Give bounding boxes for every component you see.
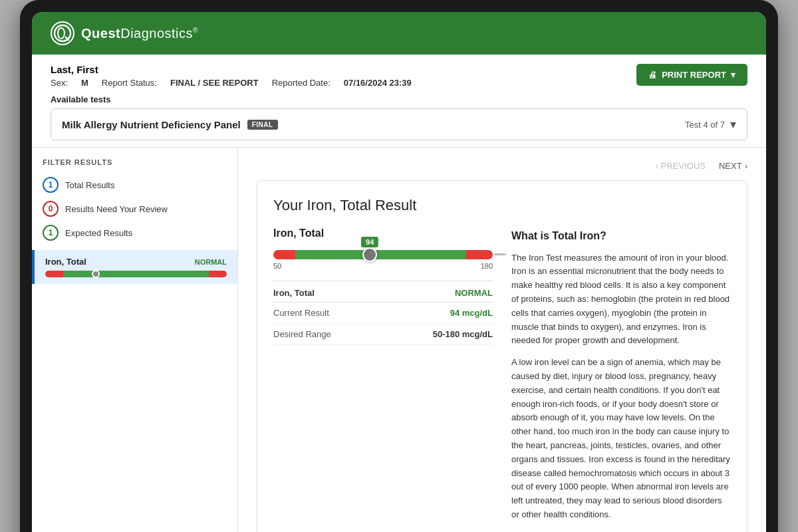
range-indicator [92,270,100,278]
quest-logo-icon [51,21,74,45]
expected-results-badge: 1 [43,225,59,241]
result-table-header: Iron, Total NORMAL [273,284,493,303]
navigation-row: ‹ PREVIOUS NEXT › [257,161,747,171]
filter-needs-review[interactable]: 0 Results Need Your Review [32,197,237,221]
content-area: ‹ PREVIOUS NEXT › Your Iron, Total Resul… [238,148,766,532]
sidebar: FILTER RESULTS 1 Total Results 0 Results… [32,148,238,532]
needs-review-badge: 0 [43,201,59,217]
result-item-status: NORMAL [195,258,227,266]
desired-range-value: 50-180 mcg/dL [433,329,493,339]
previous-label: PREVIOUS [661,161,706,171]
print-button-label: PRINT REPORT [662,70,726,80]
app-header: QuestDiagnostics® [32,12,766,55]
range-connector [494,253,506,255]
test-name: Milk Allergy Nutrient Deficiency Panel [62,119,241,130]
result-card: Your Iron, Total Result Iron, Total 94 [257,180,747,532]
desired-range-label: Desired Range [273,329,331,339]
range-bar-container: 94 50 180 [273,250,493,270]
chevron-down-icon: ▾ [731,70,735,80]
result-columns: Iron, Total 94 50 [273,227,731,532]
final-badge: FINAL [247,120,278,130]
table-header-right: NORMAL [455,288,493,298]
right-paragraph-1: The Iron Test measures the amount of iro… [511,251,731,348]
result-left-column: Iron, Total 94 50 [273,227,493,532]
device-frame: QuestDiagnostics® Last, First Sex: M Rep… [20,0,778,532]
screen: QuestDiagnostics® Last, First Sex: M Rep… [32,12,766,532]
expected-results-label: Expected Results [65,228,132,238]
svg-point-1 [58,28,65,39]
patient-meta: Sex: M Report Status: FINAL / SEE REPORT… [51,78,636,88]
result-item-name: Iron, Total [45,257,86,267]
result-data-table: Iron, Total NORMAL Current Result 94 mcg… [273,281,493,345]
result-range-bar [45,271,227,277]
test-selector[interactable]: Milk Allergy Nutrient Deficiency Panel F… [51,108,747,140]
next-label: NEXT [719,161,742,171]
range-endpoints: 50 180 [273,262,493,270]
patient-bar: Last, First Sex: M Report Status: FINAL … [32,55,766,148]
previous-button[interactable]: ‹ PREVIOUS [655,161,706,171]
total-results-badge: 1 [43,177,59,193]
range-min: 50 [273,262,281,270]
right-paragraph-2: A low iron level can be a sign of anemia… [511,356,731,522]
logo-text: QuestDiagnostics® [81,26,198,41]
sex-label: Sex: [51,78,68,88]
current-result-label: Current Result [273,308,329,318]
printer-icon: 🖨 [648,70,657,80]
chevron-down-icon: ▾ [730,117,736,132]
reported-date-value: 07/16/2024 23:39 [344,78,412,88]
current-result-value: 94 mcg/dL [450,308,493,318]
report-status-label: Report Status: [102,78,157,88]
current-result-row: Current Result 94 mcg/dL [273,303,493,324]
chevron-right-icon: › [745,161,747,171]
range-bar-track [273,250,493,259]
range-max: 180 [481,262,493,270]
result-list-item[interactable]: Iron, Total NORMAL [32,250,237,284]
sex-value: M [81,78,88,88]
range-bar-pointer [362,247,377,262]
table-header-left: Iron, Total [273,288,315,298]
iron-title: Iron, Total [273,227,493,239]
filter-expected-results[interactable]: 1 Expected Results [32,221,237,245]
print-report-button[interactable]: 🖨 PRINT REPORT ▾ [636,64,747,86]
filter-label: FILTER RESULTS [32,158,237,173]
total-results-label: Total Results [65,180,114,190]
filter-total-results[interactable]: 1 Total Results [32,173,237,197]
result-right-column: What is Total Iron? The Iron Test measur… [511,227,731,532]
needs-review-label: Results Need Your Review [65,204,168,214]
desired-range-row: Desired Range 50-180 mcg/dL [273,324,493,345]
chevron-left-icon: ‹ [655,161,658,171]
patient-name: Last, First [51,64,636,75]
test-count: Test 4 of 7 [685,120,725,130]
next-button[interactable]: NEXT › [719,161,747,171]
available-tests-label: Available tests [51,94,747,104]
main-layout: FILTER RESULTS 1 Total Results 0 Results… [32,148,766,532]
right-section-title: What is Total Iron? [511,227,731,245]
report-status-value: FINAL / SEE REPORT [170,78,259,88]
logo-area: QuestDiagnostics® [51,21,198,45]
reported-date-label: Reported Date: [272,78,331,88]
result-card-title: Your Iron, Total Result [273,197,731,214]
test-selector-left: Milk Allergy Nutrient Deficiency Panel F… [62,119,278,130]
range-value-label: 94 [361,237,378,247]
